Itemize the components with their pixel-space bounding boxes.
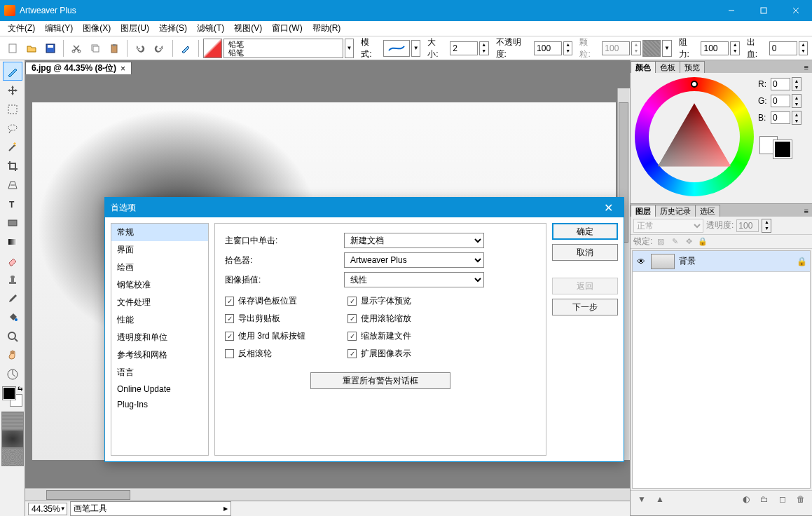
menu-file[interactable]: 文件(Z) [3, 21, 40, 36]
dialog-titlebar[interactable]: 首选项 ✕ [105, 198, 624, 217]
perspective-tool[interactable] [3, 175, 22, 194]
zoom-tool[interactable] [3, 327, 22, 346]
g-input[interactable] [771, 95, 790, 107]
r-spinner[interactable]: ▲▼ [792, 77, 801, 91]
chk-invert-wheel[interactable]: 反相滚轮 [225, 348, 305, 360]
bleed-spinner[interactable]: ▲▼ [799, 41, 808, 55]
tab-color[interactable]: 颜色 [631, 61, 656, 73]
paste-button[interactable] [105, 39, 123, 57]
lock-all-icon[interactable]: 🔒 [697, 236, 708, 247]
paper-preset-3[interactable] [1, 448, 24, 466]
layer-visibility-icon[interactable]: 👁 [635, 257, 647, 266]
chk-third-mouse[interactable]: ✓使用 3rd 鼠标按钮 [225, 330, 305, 342]
cancel-button[interactable]: 取消 [552, 244, 618, 261]
layer-nav-down-icon[interactable]: ▼ [635, 493, 649, 505]
chk-export-clipboard[interactable]: ✓导出剪贴板 [225, 313, 305, 325]
new-layer-icon[interactable]: ◻ [776, 493, 790, 505]
add-mask-icon[interactable]: ◐ [739, 493, 753, 505]
lock-move-icon[interactable]: ✥ [683, 236, 694, 247]
zoom-indicator[interactable]: 44.35%▼ [28, 503, 67, 515]
paper-preset-1[interactable] [1, 412, 24, 430]
eraser-tool[interactable] [3, 251, 22, 270]
menu-window[interactable]: 窗口(W) [267, 21, 307, 36]
bucket-tool[interactable] [3, 308, 22, 327]
redo-button[interactable] [151, 39, 168, 57]
menu-select[interactable]: 选择(S) [154, 21, 192, 36]
ok-button[interactable]: 确定 [552, 223, 618, 240]
swap-colors-icon[interactable]: ⇆ [18, 385, 23, 392]
crop-tool[interactable] [3, 156, 22, 175]
pref-cat-painting[interactable]: 绘画 [111, 259, 208, 276]
foreground-background-colors[interactable]: ⇆ [2, 386, 23, 407]
brush-tool[interactable] [3, 62, 22, 81]
layer-row[interactable]: 👁 背景 🔒 [633, 251, 810, 272]
pref-cat-plugins[interactable]: Plug-Ins [111, 397, 208, 412]
reset-warnings-button[interactable]: 重置所有警告对话框 [310, 372, 450, 389]
chk-extended-image[interactable]: ✓扩展图像表示 [347, 348, 411, 360]
pref-cat-pen[interactable]: 钢笔校准 [111, 276, 208, 294]
menu-edit[interactable]: 编辑(Y) [40, 21, 78, 36]
b-input[interactable] [771, 111, 790, 124]
marquee-tool[interactable] [3, 100, 22, 118]
color-triangle[interactable] [652, 100, 736, 177]
menu-help[interactable]: 帮助(R) [308, 21, 346, 36]
opacity-spinner[interactable]: ▲▼ [563, 41, 572, 55]
size-spinner[interactable]: ▲▼ [479, 41, 488, 55]
panel-fg-swatch[interactable] [773, 140, 792, 158]
grain-dropdown-button[interactable]: ▼ [662, 40, 671, 57]
save-file-button[interactable] [41, 39, 59, 57]
new-file-button[interactable] [4, 39, 22, 57]
brush-tool-indicator[interactable] [177, 39, 194, 57]
window-close-button[interactable] [780, 0, 812, 21]
menu-layer[interactable]: 图层(U) [116, 21, 154, 36]
chk-save-palette[interactable]: ✓保存调色板位置 [225, 295, 305, 307]
pref-cat-language[interactable]: 语言 [111, 364, 208, 381]
panel-color-swatch[interactable] [758, 135, 793, 160]
r-input[interactable] [771, 78, 790, 90]
layer-list[interactable]: 👁 背景 🔒 [632, 250, 811, 489]
hand-tool[interactable] [3, 346, 22, 365]
color-wheel[interactable] [635, 77, 754, 196]
colorpicker-select[interactable]: Artweaver Plus [344, 252, 484, 268]
window-minimize-button[interactable] [715, 0, 748, 21]
move-tool[interactable] [3, 81, 22, 100]
tab-layers[interactable]: 图层 [631, 205, 656, 217]
dialog-close-button[interactable]: ✕ [598, 198, 618, 217]
open-file-button[interactable] [23, 39, 41, 57]
lock-paint-icon[interactable]: ✎ [669, 236, 680, 247]
interpolation-select[interactable]: 线性 [344, 272, 484, 287]
tab-selection[interactable]: 选区 [695, 205, 720, 217]
pref-cat-guides[interactable]: 参考线和网格 [111, 346, 208, 364]
pref-cat-filehandling[interactable]: 文件处理 [111, 294, 208, 311]
chk-font-preview[interactable]: ✓显示字体预览 [347, 295, 411, 307]
status-tool-info[interactable]: 画笔工具▶ [70, 501, 231, 516]
lasso-tool[interactable] [3, 118, 22, 137]
undo-button[interactable] [132, 39, 149, 57]
document-tab[interactable]: 6.jpg @ 44.35% (8-位) × [25, 62, 132, 74]
grain-texture-swatch[interactable] [642, 40, 661, 57]
menu-view[interactable]: 视图(V) [229, 21, 267, 36]
cut-button[interactable] [68, 39, 85, 57]
text-tool[interactable]: T [3, 194, 22, 213]
menu-filter[interactable]: 滤镜(T) [192, 21, 229, 36]
menu-image[interactable]: 图像(X) [78, 21, 116, 36]
document-tab-close-icon[interactable]: × [121, 64, 125, 74]
tab-swatches[interactable]: 色板 [655, 61, 680, 73]
window-maximize-button[interactable] [748, 0, 780, 21]
bleed-input[interactable] [769, 41, 797, 55]
brush-preset-swatch[interactable] [203, 39, 222, 58]
wand-tool[interactable] [3, 137, 22, 156]
mainwindow-click-select[interactable]: 新建文档 [344, 233, 484, 248]
stroke-mode-selector[interactable] [383, 40, 410, 57]
mode-dropdown-button[interactable]: ▼ [411, 40, 420, 57]
eyedropper-tool[interactable] [3, 289, 22, 308]
b-spinner[interactable]: ▲▼ [792, 111, 801, 125]
tab-preview[interactable]: 预览 [680, 61, 705, 73]
panel-menu-icon[interactable]: ≡ [800, 61, 812, 73]
opacity-input[interactable] [534, 41, 562, 55]
g-spinner[interactable]: ▲▼ [792, 94, 801, 108]
paper-preset-2[interactable] [1, 430, 24, 448]
size-input[interactable] [450, 41, 478, 55]
layer-name[interactable]: 背景 [679, 255, 696, 267]
horizontal-scrollbar[interactable] [25, 488, 630, 501]
